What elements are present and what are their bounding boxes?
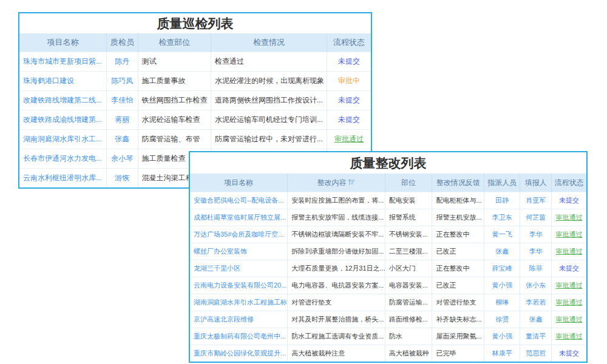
assignee-link[interactable]: 张鑫 (495, 248, 509, 255)
table-cell-reporter: 陈菲 (520, 260, 552, 277)
status-text: 未提交 (559, 349, 579, 357)
inspector-link[interactable]: 陈巧凤 (111, 76, 133, 85)
sort-icon[interactable] (348, 178, 355, 186)
inspector-link[interactable]: 张鑫 (115, 135, 129, 143)
reporter-link[interactable]: 何芷茵 (526, 214, 546, 221)
table-row: 云南电力设备安装有限公司20...电力电容器、电抗器安装方案...电容器安装..… (190, 277, 586, 294)
inspector-link[interactable]: 陈丹 (115, 57, 129, 66)
table-cell-part: 不锈钢安装... (385, 226, 432, 243)
assignee-link[interactable]: 林康平 (492, 349, 512, 357)
table-cell-content: 对管进行垫支 (288, 294, 385, 311)
feedback-text: 补齐缺失标志... (436, 315, 481, 323)
assignee-link[interactable]: 柳琳 (495, 298, 509, 306)
table-row: 改建铁路线增建第二线...李佳怡铁丝网围挡工作检查道路两侧铁丝网围挡工作按设计.… (19, 91, 371, 110)
table-cell-part: 测试 (138, 52, 211, 72)
reporter-link[interactable]: 张小东 (526, 281, 546, 289)
part-text: 施工质量事故 (142, 76, 186, 85)
table-cell-situation: 水泥砼运输车司机经过专门培训... (211, 110, 327, 130)
rectification-table: 项目名称整改内容部位整改情况反馈指派人员填报人流程状态 安徽合肥供电公司--配电… (190, 174, 586, 362)
table-row: 龙湖三千里小区大理石质量更换，12月31日之...小区大门正在整改中薛宝峰陈菲未… (190, 260, 586, 277)
reporter-link[interactable]: 李若若 (526, 298, 546, 306)
project-link[interactable]: 重庆市鹅岭公园绿化景观提升... (194, 349, 286, 357)
project-link[interactable]: 云南水利枢纽潜明水库... (23, 174, 102, 182)
reporter-link[interactable]: 李华 (529, 231, 543, 238)
column-header-label: 填报人 (525, 178, 547, 187)
part-text: 防腐管运输、布管 (142, 135, 200, 143)
inspector-link[interactable]: 游恢 (115, 174, 129, 182)
reporter-link[interactable]: 肖亚军 (526, 197, 546, 204)
project-link[interactable]: 重庆太极制药有限公司亳州中... (194, 332, 286, 340)
table-cell-feedback: 屋面采用聚氨... (432, 328, 484, 345)
table-cell-reporter: 董清平 (520, 328, 552, 345)
inspector-link[interactable]: 余小琴 (111, 154, 133, 163)
table-cell-content: 不锈钢边框玻璃隔断安装不牢... (288, 226, 385, 243)
reporter-link[interactable]: 董清平 (526, 332, 546, 340)
column-header-reporter: 填报人 (520, 174, 552, 192)
inspector-link[interactable]: 蒋丽 (115, 115, 129, 124)
part-text: 水泥砼运输车检查 (142, 115, 200, 124)
project-link[interactable]: 珠海鹤港口建设 (23, 76, 74, 85)
project-link[interactable]: 湖南洞庭湖水库引水工... (23, 135, 102, 143)
situation-text: 水泥砼运输车司机经过专门培训... (215, 115, 323, 124)
table-row: 珠海市城市更新项目紫...陈丹测试检查通过未提交 (19, 52, 371, 72)
project-link[interactable]: 长春市伊通河水力发电... (23, 154, 102, 163)
table-cell-reporter: 李华 (520, 226, 552, 243)
inspector-link[interactable]: 李佳怡 (111, 96, 133, 104)
table-row: 重庆市鹅岭公园绿化景观提升...高大植被栽种注意高大植被栽种已完毕林康平范思哲未… (190, 345, 586, 362)
project-link[interactable]: 万达广场35#会所及咖啡厅空... (194, 231, 284, 238)
assignee-link[interactable]: 黄小强 (492, 281, 512, 289)
situation-text: 防腐管运输过程中，未对管进行... (215, 135, 323, 143)
status-text[interactable]: 审批通过 (334, 135, 364, 143)
table-cell-feedback: 补齐缺失标志... (432, 311, 484, 328)
table-cell-inspector: 李佳怡 (107, 91, 138, 110)
project-link[interactable]: 成都杜甫草堂临时展厅独立展... (194, 214, 286, 221)
table-cell-reporter: 何芷茵 (520, 209, 552, 226)
table-cell-part: 铁丝网围挡工作检查 (138, 91, 211, 110)
assignee-link[interactable]: 薛宝峰 (492, 265, 512, 272)
status-text[interactable]: 审批通过 (555, 231, 582, 238)
reporter-link[interactable]: 范思哲 (526, 349, 546, 357)
reporter-link[interactable]: 陈菲 (529, 265, 543, 272)
project-link[interactable]: 改建铁路成渝线增建第... (23, 115, 102, 124)
status-text[interactable]: 审批通过 (555, 298, 582, 306)
project-link[interactable]: 京沪高速北京段维修 (194, 315, 254, 323)
column-header-label: 部位 (401, 178, 416, 187)
project-link[interactable]: 改建铁路线增建第二线... (23, 96, 102, 104)
status-text[interactable]: 审批通过 (555, 214, 582, 221)
table-cell-project: 万达广场35#会所及咖啡厅空... (190, 226, 288, 243)
table-cell-part: 高大植被栽种 (385, 345, 432, 362)
content-text: 电力电容器、电抗器安装方案... (291, 281, 384, 289)
column-header-feedback: 整改情况反馈 (432, 174, 484, 192)
content-text: 大理石质量更换，12月31日之... (291, 265, 385, 272)
project-link[interactable]: 云南电力设备安装有限公司20... (194, 281, 287, 289)
assignee-link[interactable]: 黄小强 (492, 332, 512, 340)
table-cell-content: 报警主机安放牢固，线缆连接... (288, 209, 385, 226)
status-text[interactable]: 审批通过 (555, 281, 582, 289)
table-cell-status: 审批通过 (551, 226, 586, 243)
table-cell-assignee: 黄小强 (484, 277, 520, 294)
project-link[interactable]: 龙湖三千里小区 (194, 265, 240, 272)
reporter-link[interactable]: 张鑫 (529, 315, 543, 323)
table-cell-situation: 防腐管运输过程中，未对管进行... (211, 130, 327, 149)
table-cell-status: 审批通过 (551, 209, 586, 226)
assignee-link[interactable]: 田静 (495, 197, 509, 204)
column-header-part: 检查部位 (138, 33, 211, 52)
table-cell-project: 重庆太极制药有限公司亳州中... (190, 328, 288, 345)
column-header-content: 整改内容 (288, 174, 385, 192)
status-text[interactable]: 审批通过 (555, 332, 582, 340)
assignee-link[interactable]: 徐贤 (495, 315, 509, 323)
reporter-link[interactable]: 李华 (529, 248, 543, 255)
status-text[interactable]: 审批通过 (555, 248, 582, 255)
table-row: 重庆太极制药有限公司亳州中...防水工程施工选调有专业资质...防水屋面采用聚氨… (190, 328, 586, 345)
status-text[interactable]: 审批通过 (555, 315, 582, 323)
table-cell-assignee: 林康平 (484, 345, 520, 362)
project-link[interactable]: 珠海市城市更新项目紫... (23, 57, 102, 66)
project-link[interactable]: 湖南洞庭湖水库引水工程施工标 (194, 298, 287, 306)
feedback-text: 正在整改中 (436, 265, 469, 272)
assignee-link[interactable]: 黄一飞 (492, 231, 512, 238)
assignee-link[interactable]: 李卫东 (492, 214, 512, 221)
project-link[interactable]: 螺丝厂办公室装饰 (194, 248, 247, 255)
table-cell-assignee: 李卫东 (484, 209, 520, 226)
table-cell-status: 审批通过 (551, 294, 586, 311)
project-link[interactable]: 安徽合肥供电公司--配电设备... (194, 197, 284, 204)
